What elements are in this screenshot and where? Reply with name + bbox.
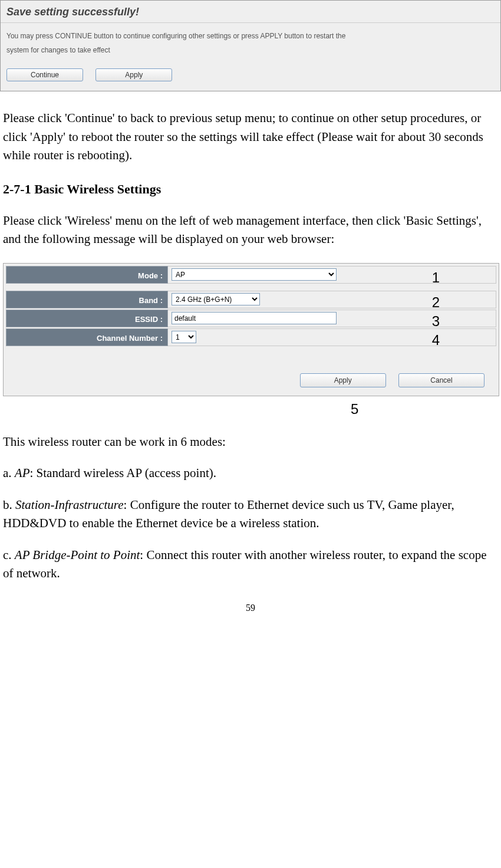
mode-b: b. Station-Infrastructure: Configure the…	[3, 496, 498, 533]
mode-a-rest: : Standard wireless AP (access point).	[29, 466, 216, 480]
mode-a-prefix: a.	[3, 466, 15, 480]
paragraph-wireless-intro: Please click 'Wireless' menu on the left…	[3, 212, 498, 249]
mode-b-prefix: b.	[3, 498, 15, 512]
page-number: 59	[3, 601, 498, 615]
essid-input[interactable]	[172, 312, 337, 324]
label-band: Band :	[6, 291, 168, 308]
mode-c-prefix: c.	[3, 548, 15, 562]
paragraph-continue-apply: Please click 'Continue' to back to previ…	[3, 109, 498, 165]
dialog-button-row: Continue Apply	[1, 58, 500, 91]
settings-cancel-button[interactable]: Cancel	[398, 373, 484, 387]
wireless-settings-panel: Mode : AP 1 Band : 2.4 GHz (B+G+N) 2 ESS…	[3, 263, 499, 396]
mode-c: c. AP Bridge-Point to Point: Connect thi…	[3, 546, 498, 583]
mode-b-name: Station-Infrastructure	[15, 498, 124, 512]
control-band: 2.4 GHz (B+G+N)	[168, 291, 496, 308]
label-essid: ESSID :	[6, 310, 168, 327]
mode-select[interactable]: AP	[172, 268, 337, 281]
continue-button[interactable]: Continue	[6, 68, 83, 81]
control-essid	[168, 310, 496, 327]
row-mode: Mode : AP 1	[6, 266, 496, 284]
modes-intro: This wireless router can be work in 6 mo…	[3, 433, 498, 452]
mode-a: a. AP: Standard wireless AP (access poin…	[3, 464, 498, 483]
label-mode: Mode :	[6, 266, 168, 284]
document-body: Please click 'Continue' to back to previ…	[0, 91, 501, 615]
row-spacer	[6, 285, 496, 291]
callout-5: 5	[351, 399, 498, 420]
row-essid: ESSID : 3	[6, 310, 496, 327]
dialog-message-line1: You may press CONTINUE button to continu…	[1, 23, 500, 45]
row-band: Band : 2.4 GHz (B+G+N) 2	[6, 291, 496, 308]
apply-cancel-row: Apply Cancel	[6, 347, 496, 387]
apply-button[interactable]: Apply	[95, 68, 172, 81]
settings-apply-button[interactable]: Apply	[300, 373, 386, 387]
label-channel: Channel Number :	[6, 328, 168, 346]
save-dialog: Save setting successfully! You may press…	[0, 0, 501, 91]
section-title: 2-7-1 Basic Wireless Settings	[3, 179, 498, 199]
dialog-message-line2: system for changes to take effect	[1, 45, 500, 58]
mode-a-name: AP	[15, 466, 30, 480]
control-channel: 1	[168, 328, 496, 346]
row-channel: Channel Number : 1 4	[6, 328, 496, 346]
mode-c-name: AP Bridge-Point to Point	[15, 548, 140, 562]
callout-1: 1	[432, 267, 440, 288]
channel-select[interactable]: 1	[172, 331, 196, 343]
band-select[interactable]: 2.4 GHz (B+G+N)	[172, 293, 260, 305]
control-mode: AP	[168, 266, 496, 284]
dialog-title: Save setting successfully!	[1, 1, 500, 23]
